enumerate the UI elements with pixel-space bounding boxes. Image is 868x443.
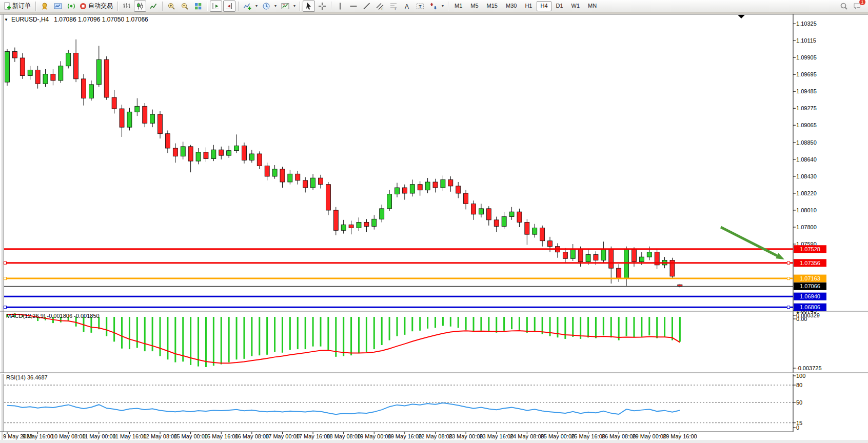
arrows-button-dropdown[interactable]: ▾ [440,1,445,11]
timeframe-m30-button[interactable]: M30 [502,1,520,11]
macd-histogram-bar [488,317,489,332]
chartshift-icon [225,2,233,10]
arrows-button[interactable] [427,1,440,12]
candle-down [609,249,614,268]
time-axis[interactable] [0,432,793,440]
bar-chart-button[interactable] [121,1,133,12]
candle-down [51,74,55,80]
window-bottom-band [0,440,868,443]
macd-histogram-bar [603,317,604,335]
text-button[interactable]: A [401,1,413,12]
chart-window-button[interactable] [52,1,64,12]
candle-up [601,249,606,260]
candle-down [295,174,300,180]
symbol-dropdown-icon[interactable]: ▼ [4,17,8,22]
crosshair-icon [318,2,326,10]
svg-text:A: A [405,3,409,10]
candlestick-button[interactable] [134,1,146,12]
candle-up [96,59,101,85]
fibonacci-button[interactable]: F [387,1,400,12]
chart-background [0,0,868,443]
line-handle[interactable] [4,277,7,280]
trendline-button[interactable] [361,1,373,12]
timeframe-d1-button[interactable]: D1 [553,1,567,11]
stamp-button[interactable] [38,1,51,12]
timeframe-m15-button[interactable]: M15 [483,1,501,11]
signal-button[interactable] [65,1,77,12]
chart-cloud-icon [54,2,62,10]
auto-scroll-button[interactable] [210,1,222,12]
vertical-line-button[interactable] [334,1,346,12]
line-handle[interactable] [787,261,790,264]
new-order-button[interactable]: 新订单 [3,1,33,12]
templates-button-dropdown[interactable]: ▾ [292,1,297,11]
periods-button-dropdown[interactable]: ▾ [273,1,278,11]
auto-trading-button-label: 自动交易 [88,2,113,10]
autotrade-icon [79,2,87,10]
timeframe-h1-button[interactable]: H1 [521,1,536,11]
chart-symbol-label: EURUSD-,H4 [11,16,49,23]
chart-shift-button[interactable] [223,1,235,12]
mt4-window: 新订单自动交易▾▾▾EFAT▾M1M5M15M30H1H4D1W1MN1 1.1… [0,0,868,443]
line-handle[interactable] [4,306,7,309]
candle-down [594,254,598,260]
macd-histogram-bar [473,317,475,332]
chart-quotes: 1.07086 1.07096 1.07050 1.07066 [54,16,148,23]
horizontal-line-button[interactable] [347,1,360,12]
timeframe-mn-button[interactable]: MN [584,1,600,11]
macd-histogram-bar [381,317,383,345]
candle-up [441,179,445,188]
hline-icon [349,2,358,10]
line-handle[interactable] [4,261,7,264]
price-axis[interactable] [793,14,868,432]
vline-icon [336,2,344,10]
macd-histogram-bar [564,317,566,339]
window-top-band [0,12,868,14]
candle-down [257,154,262,166]
candle-down [265,166,269,176]
timeframe-h4-button[interactable]: H4 [537,1,551,11]
indicators-button-dropdown[interactable]: ▾ [254,1,259,11]
templates-button[interactable] [279,1,291,12]
auto-trading-button[interactable]: 自动交易 [78,1,115,12]
candle-up [380,209,384,219]
crosshair-button[interactable] [316,1,328,12]
macd-histogram-bar [664,317,665,337]
indicators-button[interactable] [241,1,253,12]
candle-down [617,268,621,278]
timeframe-w1-button[interactable]: W1 [568,1,584,11]
channel-button[interactable]: E [374,1,386,12]
candle-up [502,217,506,227]
candle-down [12,51,17,58]
line-handle[interactable] [787,277,790,280]
chart-canvas[interactable]: 1.103251.101151.099051.096951.094851.092… [0,0,868,443]
macd-histogram-bar [480,317,482,331]
doc-plus-icon [3,2,11,10]
line-chart-button[interactable] [147,1,160,12]
timeframe-m1-button[interactable]: M1 [451,1,466,11]
chat-button[interactable]: 1 [851,1,863,12]
line-handle[interactable] [787,306,790,309]
toolbar: 新订单自动交易▾▾▾EFAT▾M1M5M15M30H1H4D1W1MN1 [0,0,868,12]
zoom-out-button[interactable] [179,1,191,12]
macd-histogram-bar [358,317,360,353]
search-button[interactable] [838,1,850,12]
periods-button[interactable] [260,1,272,12]
signal-icon [67,2,75,10]
timeframe-m5-button[interactable]: M5 [467,1,482,11]
macd-histogram-bar [205,317,207,367]
macd-histogram-bar [335,317,337,357]
candle-up [43,74,48,84]
candle-down [158,114,163,134]
macd-histogram-bar [266,317,268,355]
cursor-button[interactable] [303,1,315,12]
candle-up [89,85,93,98]
tile-windows-button[interactable] [192,1,204,12]
candle-up [647,252,652,257]
macd-histogram-bar [129,317,130,349]
candle-down [418,185,422,190]
zoom-in-button[interactable] [165,1,177,12]
text-label-button[interactable]: T [414,1,426,12]
macd-histogram-bar [450,317,451,327]
candle-down [120,109,124,127]
